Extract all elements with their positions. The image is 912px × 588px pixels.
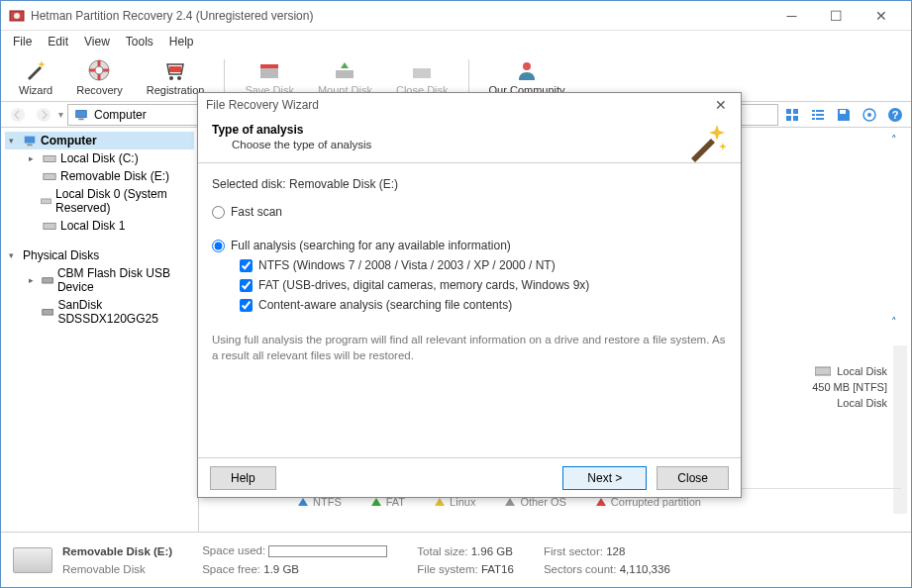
- statusbar: Removable Disk (E:) Removable Disk Space…: [1, 532, 911, 587]
- menu-edit[interactable]: Edit: [40, 33, 76, 50]
- tree-label: Local Disk 1: [60, 219, 125, 233]
- first-sector-value: 128: [606, 545, 625, 557]
- fast-scan-radio[interactable]: [212, 206, 225, 219]
- svg-rect-24: [812, 118, 815, 120]
- forward-button[interactable]: [33, 104, 54, 126]
- svg-rect-33: [44, 155, 55, 161]
- cart-icon: [163, 58, 187, 82]
- collapse-icon[interactable]: ˄: [891, 134, 905, 147]
- tree-label: CBM Flash Disk USB Device: [57, 266, 190, 294]
- next-button[interactable]: Next >: [562, 466, 647, 490]
- caret-down-icon: ▾: [9, 136, 19, 146]
- recovery-button[interactable]: Recovery: [66, 56, 132, 98]
- svg-rect-21: [816, 110, 824, 112]
- preview-size: 450 MB [NTFS]: [812, 381, 887, 393]
- tree-drive[interactable]: Removable Disk (E:): [5, 167, 194, 185]
- close-button[interactable]: ✕: [859, 2, 903, 30]
- close-dialog-button[interactable]: Close: [657, 466, 729, 490]
- titlebar: Hetman Partition Recovery 2.4 (Unregiste…: [1, 1, 911, 31]
- svg-rect-34: [44, 173, 55, 179]
- selected-disk-label: Selected disk:: [212, 177, 286, 191]
- save-disk-icon: [257, 58, 281, 82]
- minimize-button[interactable]: ─: [769, 2, 814, 30]
- dialog-description: Using full analysis the program will fin…: [212, 332, 727, 363]
- menu-tools[interactable]: Tools: [118, 33, 161, 50]
- fs-label: File system:: [417, 563, 477, 575]
- help-button[interactable]: Help: [210, 466, 276, 490]
- total-value: 1.96 GB: [471, 545, 513, 557]
- wizard-dialog: File Recovery Wizard ✕ Type of analysis …: [197, 92, 742, 498]
- svg-rect-39: [815, 367, 831, 375]
- caret-right-icon: ▸: [29, 275, 38, 285]
- svg-text:?: ?: [892, 109, 899, 121]
- fat-label: FAT (USB-drives, digital cameras, memory…: [258, 278, 589, 292]
- tree-computer[interactable]: ▾ Computer: [5, 132, 194, 149]
- svg-rect-26: [840, 110, 846, 114]
- tree-physical-disk[interactable]: ▸CBM Flash Disk USB Device: [5, 264, 194, 296]
- options-icon[interactable]: [860, 105, 879, 125]
- content-aware-checkbox[interactable]: [240, 299, 253, 312]
- dialog-footer: Help Next > Close: [198, 457, 741, 497]
- app-icon: [9, 8, 25, 24]
- full-analysis-option[interactable]: Full analysis (searching for any availab…: [212, 239, 727, 252]
- history-dropdown-icon[interactable]: ▾: [58, 109, 63, 120]
- maximize-button[interactable]: ☐: [814, 2, 859, 30]
- svg-rect-38: [43, 310, 53, 315]
- wizard-icon: [683, 119, 731, 166]
- computer-icon: [23, 134, 37, 147]
- tree-label: Removable Disk (E:): [60, 169, 169, 183]
- sectors-count-value: 4,110,336: [620, 563, 670, 575]
- dialog-subheading: Choose the type of analysis: [212, 139, 727, 150]
- disk-icon: [42, 273, 53, 287]
- svg-rect-9: [336, 70, 354, 78]
- save-icon[interactable]: [834, 105, 854, 125]
- svg-rect-14: [76, 110, 87, 117]
- tree-physical[interactable]: ▾ Physical Disks: [5, 246, 194, 264]
- wizard-button[interactable]: Wizard: [9, 56, 62, 98]
- ntfs-checkbox[interactable]: [240, 259, 253, 272]
- svg-point-5: [177, 76, 181, 80]
- svg-rect-35: [42, 199, 51, 204]
- selected-disk-value: Removable Disk (E:): [289, 177, 398, 191]
- window-title: Hetman Partition Recovery 2.4 (Unregiste…: [31, 9, 769, 23]
- fat-checkbox[interactable]: [240, 279, 253, 292]
- first-sector-label: First sector:: [544, 545, 603, 557]
- svg-rect-8: [260, 64, 278, 68]
- full-analysis-radio[interactable]: [212, 240, 225, 252]
- fast-scan-option[interactable]: Fast scan: [212, 205, 727, 219]
- menu-help[interactable]: Help: [161, 33, 202, 50]
- fat-option[interactable]: FAT (USB-drives, digital cameras, memory…: [240, 278, 727, 292]
- tree-drive[interactable]: Local Disk 0 (System Reserved): [5, 185, 194, 217]
- content-aware-option[interactable]: Content-aware analysis (searching file c…: [240, 298, 727, 312]
- recovery-label: Recovery: [76, 84, 122, 96]
- svg-point-1: [14, 13, 20, 19]
- view-large-icon[interactable]: [782, 105, 802, 125]
- tree-drive[interactable]: Local Disk 1: [5, 217, 194, 235]
- drive-icon: [41, 194, 51, 208]
- ntfs-option[interactable]: NTFS (Windows 7 / 2008 / Vista / 2003 / …: [240, 258, 727, 272]
- free-value: 1.9 GB: [263, 563, 299, 575]
- collapse-icon[interactable]: ˄: [891, 316, 905, 330]
- person-icon: [515, 58, 539, 82]
- caret-right-icon: ▸: [29, 153, 39, 163]
- disk-icon: [42, 305, 54, 319]
- svg-point-4: [169, 76, 173, 80]
- view-list-icon[interactable]: [808, 105, 828, 125]
- svg-rect-16: [786, 109, 791, 114]
- menu-view[interactable]: View: [76, 33, 118, 50]
- help-icon[interactable]: ?: [885, 105, 905, 125]
- status-disk-name: Removable Disk (E:): [62, 545, 172, 557]
- svg-rect-25: [816, 118, 824, 120]
- dialog-title: File Recovery Wizard: [206, 98, 319, 112]
- dialog-close-icon[interactable]: ✕: [709, 95, 733, 115]
- svg-point-13: [37, 108, 51, 122]
- separator: [224, 59, 225, 95]
- svg-point-11: [523, 62, 531, 70]
- tree-drive[interactable]: ▸Local Disk (C:): [5, 149, 194, 167]
- svg-rect-32: [27, 145, 32, 147]
- tree-physical-disk[interactable]: SanDisk SDSSDX120GG25: [5, 296, 194, 328]
- menu-file[interactable]: File: [5, 33, 40, 50]
- back-button[interactable]: [7, 104, 29, 126]
- content-aware-label: Content-aware analysis (searching file c…: [258, 298, 512, 312]
- location-text: Computer: [94, 108, 147, 122]
